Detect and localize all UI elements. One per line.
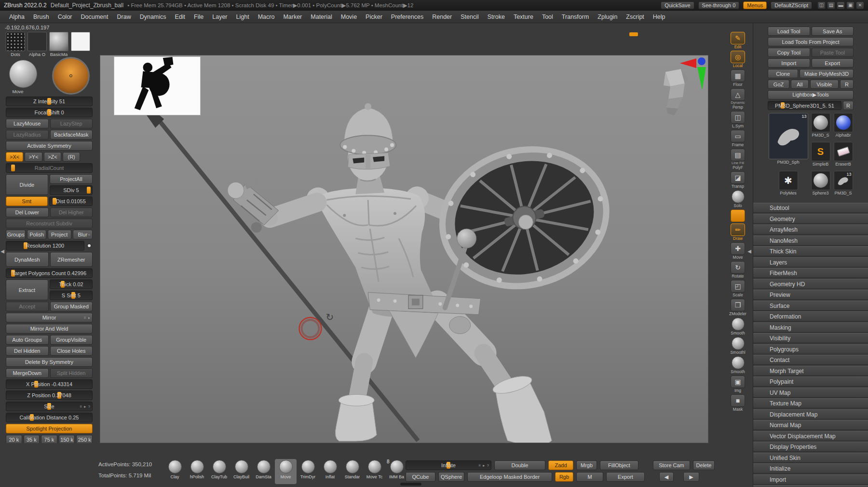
color-picker-wheel[interactable] (52, 57, 90, 95)
subpalette-subtool[interactable]: Subtool (753, 203, 868, 213)
extract-button[interactable]: Extract (6, 279, 48, 300)
pm3d-sphere3d1-5-51-slider[interactable]: PM3D_Sphere3D1_5. 51 (768, 101, 841, 110)
y-button[interactable]: >Y< (25, 152, 42, 162)
subpalette-nanomesh[interactable]: NanoMesh (753, 236, 868, 246)
menu-item-brush[interactable]: Brush (29, 11, 54, 23)
mini-widget-icons[interactable]: ≡ ▸ (84, 316, 91, 320)
mirror-button[interactable]: Mirror≡ ▸ (6, 313, 93, 322)
smooth-2-button[interactable]: Smoothl (728, 337, 748, 355)
m-button[interactable]: M (576, 472, 603, 482)
subpalette-morph-target[interactable]: Morph Target (753, 366, 868, 376)
menu-item-material[interactable]: Material (306, 11, 336, 23)
edit-button[interactable]: ✎Edit (728, 32, 748, 49)
timeline-marker[interactable] (629, 32, 638, 36)
brush-claybuil[interactable]: ClayBuil (231, 459, 252, 484)
inflate-slider[interactable]: Inflate≡ ▸ ? (406, 460, 491, 470)
zadd-button[interactable]: Zadd (548, 460, 573, 470)
lazymouse-button[interactable]: LazyMouse (6, 119, 49, 128)
picker-alpha[interactable]: Alpha O (27, 32, 47, 57)
z-position-0-37048-slider[interactable]: Z Position 0.37048 (6, 390, 93, 400)
window-icon-1[interactable]: ◫ (817, 1, 826, 9)
document-canvas[interactable]: ↻ (100, 55, 708, 443)
mask-button[interactable]: ■Mask (728, 394, 748, 412)
close-holes-button[interactable]: Close Holes (50, 346, 93, 356)
brush-clay[interactable]: Clay (164, 459, 186, 484)
store-cam-button[interactable]: Store Cam (653, 460, 690, 470)
all-button[interactable]: All (791, 80, 809, 89)
resolution-1200-slider[interactable]: Resolution 1200 (6, 241, 84, 250)
groupvisible-button[interactable]: GroupVisible (50, 335, 93, 345)
subpalette-import[interactable]: Import (753, 474, 868, 485)
subpalette-geometry-hd[interactable]: Geometry HD (753, 279, 868, 289)
goz-button[interactable]: GoZ (768, 80, 789, 89)
brush-standar[interactable]: Standar (341, 459, 363, 484)
qcube-button[interactable]: QCube (406, 472, 435, 482)
calibration-distance-0-25-slider[interactable]: Calibration Distance 0.25 (6, 413, 93, 422)
subpalette-uv-map[interactable]: UV Map (753, 388, 868, 398)
import-button[interactable]: Import (768, 58, 810, 68)
polish-button[interactable]: Polish (27, 230, 46, 239)
menu-item-preferences[interactable]: Preferences (387, 11, 428, 23)
horizontal-scrollbar[interactable] (400, 483, 421, 486)
brush-move-tc[interactable]: Move Tc (364, 459, 385, 484)
frame-button[interactable]: ▭Frame (728, 130, 748, 147)
brush-trimdyr[interactable]: TrimDyr (297, 459, 319, 484)
menu-item-light[interactable]: Light (232, 11, 254, 23)
menu-item-layer[interactable]: Layer (208, 11, 231, 23)
zmodeler-button[interactable]: ❒ZModeler (728, 299, 748, 316)
mini-widget-icons[interactable]: ≈ (88, 233, 91, 237)
tool-thumbnail-pm3d-s[interactable]: PM3D_S (810, 113, 831, 141)
brush-damsta[interactable]: DamSta (253, 459, 274, 484)
menu-item-help[interactable]: Help (649, 11, 670, 23)
focal-shift-0-slider[interactable]: Focal Shift 0 (6, 108, 93, 117)
x-button[interactable]: >X< (6, 152, 23, 162)
subpalette-arraymesh[interactable]: ArrayMesh (753, 224, 868, 235)
brush-move[interactable]: Move (275, 459, 297, 484)
spotlight-projection-button[interactable]: Spotlight Projection (6, 424, 93, 433)
subpalette-contact[interactable]: Contact (753, 355, 868, 365)
del-lower-button[interactable]: Del Lower (6, 208, 49, 217)
subpalette-texture-map[interactable]: Texture Map (753, 398, 868, 408)
sdiv-5-slider[interactable]: SDiv 5 (50, 185, 93, 195)
img-button[interactable]: ▣Img (728, 376, 748, 393)
menu-item-document[interactable]: Document (77, 11, 113, 23)
mrgb-button[interactable]: Mrgb (576, 460, 597, 470)
move-button[interactable]: ✚Move (728, 242, 748, 260)
menu-item-movie[interactable]: Movie (337, 11, 361, 23)
thick-0-02-slider[interactable]: Thick 0.02 (50, 279, 93, 289)
subpalette-display-properties[interactable]: Display Properties (753, 442, 868, 452)
see-through-button[interactable]: See-through 0 (698, 1, 740, 9)
backfacemask-button[interactable]: BackfaceMask (50, 130, 93, 139)
z-button[interactable]: >Z< (44, 152, 61, 162)
delete-button[interactable]: Delete (693, 460, 715, 470)
divide-button[interactable]: Divide (6, 174, 48, 195)
rotate-button[interactable]: ↻Rotate (728, 261, 748, 278)
tool-thumbnail-eraserb[interactable]: EraserB (832, 142, 854, 170)
tool-thumbnail-simpleb[interactable]: SSimpleB (810, 142, 831, 170)
picker-material[interactable]: BasicMa (49, 32, 68, 57)
blur-button[interactable]: Blur≈ (73, 230, 93, 239)
del-hidden-button[interactable]: Del Hidden (6, 346, 49, 356)
window-icon-3[interactable]: ▬ (837, 1, 845, 9)
local-button[interactable]: ◎Local (728, 51, 748, 68)
r-button[interactable]: (R) (63, 152, 80, 162)
subpalette-fibermesh[interactable]: FiberMesh (753, 268, 868, 278)
subpalette-initialize[interactable]: Initialize (753, 463, 868, 473)
subpalette-visibility[interactable]: Visibility (753, 333, 868, 343)
zremesher-button[interactable]: ZRemesher (50, 252, 93, 267)
smooth-3-button[interactable]: Smooth (728, 356, 748, 374)
edgeloop-masked-border-button[interactable]: Edgeloop Masked Border (467, 472, 552, 482)
smt-button[interactable]: Smt (6, 196, 48, 206)
tool-thumbnail-pm3d-s[interactable]: 13PM3D_S (832, 171, 854, 200)
mirror-and-weld-button[interactable]: Mirror And Weld (6, 324, 93, 334)
slider-handle[interactable] (11, 165, 15, 171)
subpalette-export[interactable]: Export (753, 485, 868, 487)
projectall-button[interactable]: ProjectAll (50, 174, 93, 184)
window-icon-4[interactable]: ▣ (846, 1, 854, 9)
radio-indicator[interactable] (86, 241, 93, 250)
item-button[interactable]: ◀ (659, 472, 674, 482)
save-as-button[interactable]: Save As (812, 27, 854, 36)
subpalette-displacement-map[interactable]: Displacement Map (753, 409, 868, 419)
menu-item-marker[interactable]: Marker (279, 11, 306, 23)
menus-button[interactable]: Menus (743, 1, 767, 9)
